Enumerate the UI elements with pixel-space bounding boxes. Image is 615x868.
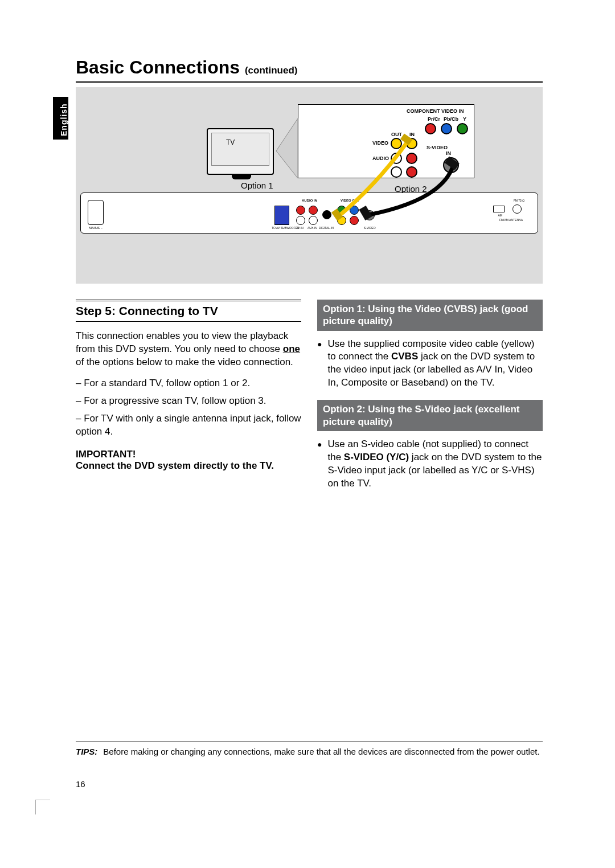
tips-label: TIPS: (76, 747, 97, 756)
important-label: IMPORTANT! (76, 449, 301, 460)
intro-text-b: of the options below to make the video c… (76, 357, 293, 367)
language-label: English (59, 100, 68, 140)
tips-footer: TIPS: Before making or changing any conn… (76, 742, 543, 756)
option2-bullet: Use an S-video cable (not supplied) to c… (317, 438, 543, 490)
intro-text-a: This connection enables you to view the … (76, 330, 288, 354)
page-number: 16 (76, 779, 85, 789)
language-tab: English (53, 97, 68, 140)
connection-diagram: TV Option 1 Option 2 COMPONENT VIDEO IN … (76, 87, 543, 284)
crop-mark-icon (35, 800, 50, 814)
svg-rect-1 (400, 133, 413, 145)
intro-one: one (283, 343, 300, 354)
svg-rect-2 (331, 208, 343, 221)
dash-item-2: For a progressive scan TV, follow option… (76, 395, 301, 408)
svg-marker-0 (276, 118, 298, 178)
option2-header: Option 2: Using the S-Video jack (excell… (317, 400, 543, 431)
opt2-svideo: S-VIDEO (Y/C) (344, 452, 409, 462)
opt1-cvbs: CVBS (391, 351, 418, 362)
svg-rect-3 (445, 157, 460, 170)
tips-text: Before making or changing any connection… (103, 747, 539, 756)
document-page: English Basic Connections (continued) TV… (0, 0, 615, 868)
option1-bullet: Use the supplied composite video cable (… (317, 338, 543, 390)
two-column-body: Step 5: Connecting to TV This connection… (76, 300, 543, 498)
step-heading: Step 5: Connecting to TV (76, 304, 301, 318)
step-rule: Step 5: Connecting to TV (76, 300, 301, 322)
dash-item-1: For a standard TV, follow option 1 or 2. (76, 377, 301, 390)
intro-paragraph: This connection enables you to view the … (76, 330, 301, 369)
content-area: Basic Connections (continued) TV Option … (76, 57, 543, 498)
right-column: Option 1: Using the Video (CVBS) jack (g… (317, 300, 543, 498)
important-block: IMPORTANT! Connect the DVD system direct… (76, 449, 301, 472)
cable-overlay (76, 87, 543, 284)
dash-item-3: For TV with only a single antenna input … (76, 412, 301, 439)
important-text: Connect the DVD system directly to the T… (76, 460, 301, 472)
option1-header: Option 1: Using the Video (CVBS) jack (g… (317, 300, 543, 331)
title-main: Basic Connections (76, 57, 240, 77)
left-column: Step 5: Connecting to TV This connection… (76, 300, 301, 498)
title-continued: (continued) (245, 65, 298, 76)
page-title: Basic Connections (continued) (76, 57, 543, 83)
